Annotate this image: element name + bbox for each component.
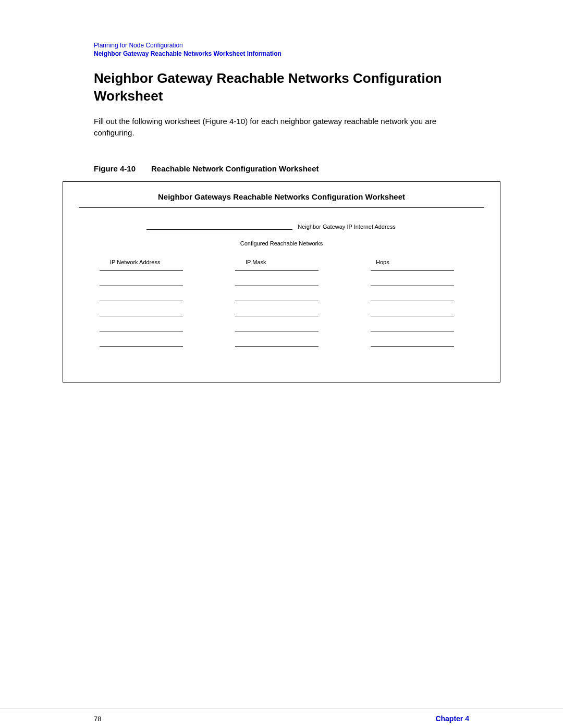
gateway-ip-line <box>146 229 292 230</box>
ip-mask-line-4 <box>235 316 319 316</box>
hops-line-2 <box>371 286 454 286</box>
footer-bar: 78 Chapter 4 <box>0 709 563 728</box>
data-row <box>100 286 463 286</box>
page-container: Planning for Node Configuration Neighbor… <box>0 0 563 728</box>
ip-mask-line-6 <box>235 346 319 347</box>
ip-network-line-2 <box>100 286 183 286</box>
hops-line-1 <box>371 270 454 271</box>
data-row <box>100 331 463 331</box>
data-row <box>100 301 463 301</box>
ip-mask-line-5 <box>235 331 319 331</box>
ip-network-line-1 <box>100 270 183 271</box>
breadcrumb-line2: Neighbor Gateway Reachable Networks Work… <box>94 50 469 57</box>
worksheet-title: Neighbor Gateways Reachable Networks Con… <box>79 192 484 208</box>
hops-line-6 <box>371 346 454 347</box>
data-row <box>100 346 463 347</box>
header-section: Planning for Node Configuration Neighbor… <box>0 21 563 164</box>
ip-mask-line-2 <box>235 286 319 286</box>
configured-networks-label: Configured Reachable Networks <box>79 240 484 246</box>
page-number: 78 <box>94 715 101 723</box>
figure-caption-row: Figure 4-10 Reachable Network Configurat… <box>0 164 563 173</box>
ip-network-line-6 <box>100 346 183 347</box>
chapter-label: Chapter 4 <box>435 714 469 723</box>
ip-network-line-4 <box>100 316 183 316</box>
ip-mask-line-3 <box>235 301 319 301</box>
figure-label: Figure 4-10 <box>94 164 136 173</box>
hops-line-3 <box>371 301 454 301</box>
col-header-hops: Hops <box>376 259 459 265</box>
ip-network-line-3 <box>100 301 183 301</box>
breadcrumb-line1: Planning for Node Configuration <box>94 42 469 49</box>
ip-network-line-5 <box>100 331 183 331</box>
column-headers: IP Network Address IP Mask Hops <box>100 259 463 265</box>
gateway-ip-label: Neighbor Gateway IP Internet Address <box>298 224 396 230</box>
col-header-ip-mask: IP Mask <box>246 259 350 265</box>
data-row <box>100 316 463 316</box>
hops-line-5 <box>371 331 454 331</box>
figure-title: Reachable Network Configuration Workshee… <box>151 164 319 173</box>
intro-text: Fill out the following worksheet (Figure… <box>94 116 469 139</box>
worksheet-container: Neighbor Gateways Reachable Networks Con… <box>63 181 500 382</box>
ip-mask-line-1 <box>235 270 319 271</box>
gateway-ip-row: Neighbor Gateway IP Internet Address <box>79 224 484 230</box>
data-rows <box>100 270 463 347</box>
page-title: Neighbor Gateway Reachable Networks Conf… <box>94 70 469 105</box>
col-header-ip-network: IP Network Address <box>110 259 214 265</box>
data-row <box>100 270 463 271</box>
hops-line-4 <box>371 316 454 316</box>
